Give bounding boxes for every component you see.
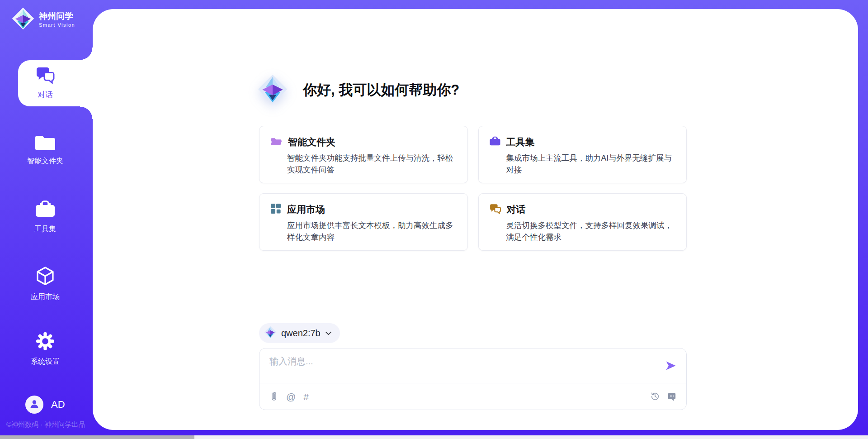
card-title: 智能文件夹 bbox=[288, 136, 335, 148]
sidebar-item-label: 应用市场 bbox=[31, 292, 60, 302]
open-folder-icon bbox=[270, 137, 282, 148]
tab-corner-bottom bbox=[80, 106, 93, 119]
chevron-down-icon bbox=[325, 329, 332, 337]
sidebar-item-tools[interactable]: 工具集 bbox=[0, 200, 90, 234]
model-name: qwen2:7b bbox=[281, 328, 321, 339]
cube-icon bbox=[35, 266, 55, 288]
card-description: 集成市场上主流工具，助力AI与外界无缝扩展与对接 bbox=[506, 153, 676, 176]
card-title: 对话 bbox=[507, 203, 526, 216]
folder-icon bbox=[35, 134, 55, 152]
sidebar-item-label: 工具集 bbox=[34, 224, 56, 234]
avatar bbox=[25, 396, 43, 414]
sidebar-item-settings[interactable]: 系统设置 bbox=[0, 332, 90, 367]
diamond-logo-icon bbox=[12, 7, 34, 32]
briefcase-icon bbox=[35, 200, 55, 220]
chat-bubbles-icon bbox=[36, 67, 55, 86]
card-smart-folder[interactable]: 智能文件夹 智能文件夹功能支持批量文件上传与清洗，轻松实现文件问答 bbox=[259, 126, 468, 183]
history-icon[interactable] bbox=[651, 392, 660, 401]
brand-logo: 神州问学 Smart Vision bbox=[12, 7, 75, 32]
chat-square-icon[interactable] bbox=[667, 392, 676, 401]
briefcase-icon bbox=[490, 136, 500, 148]
greeting: 你好, 我可以如何帮助你? bbox=[258, 74, 459, 106]
model-selector[interactable]: qwen2:7b bbox=[259, 323, 340, 343]
sidebar-item-folders[interactable]: 智能文件夹 bbox=[0, 134, 90, 166]
card-description: 灵活切换多模型文件，支持多样回复效果调试，满足个性化需求 bbox=[506, 220, 676, 243]
chat-bubbles-icon bbox=[490, 204, 501, 216]
app-root: 神州问学 Smart Vision 对话 智能文件夹 bbox=[0, 0, 868, 439]
card-description: 应用市场提供丰富长文本模板，助力高效生成多样化文章内容 bbox=[287, 220, 457, 243]
brand-subtitle: Smart Vision bbox=[39, 22, 75, 28]
diamond-logo-icon bbox=[264, 326, 277, 340]
greeting-title: 你好, 我可以如何帮助你? bbox=[303, 81, 459, 100]
send-arrow-icon bbox=[665, 365, 676, 372]
sidebar-item-market[interactable]: 应用市场 bbox=[0, 266, 90, 302]
tab-corner-top bbox=[80, 48, 93, 60]
sidebar-item-label: 智能文件夹 bbox=[27, 157, 63, 166]
card-app-market[interactable]: 应用市场 应用市场提供丰富长文本模板，助力高效生成多样化文章内容 bbox=[259, 193, 468, 251]
composer-toolbar: @ # bbox=[259, 383, 686, 410]
card-title: 应用市场 bbox=[287, 203, 325, 216]
copyright-text: ©神州数码 · 神州问学出品 bbox=[6, 420, 85, 429]
brand-title: 神州问学 bbox=[39, 11, 75, 21]
user-name: AD bbox=[51, 399, 65, 410]
message-composer: @ # bbox=[259, 348, 687, 410]
at-icon[interactable]: @ bbox=[286, 392, 296, 401]
user-profile[interactable]: AD bbox=[25, 396, 65, 414]
hash-icon[interactable]: # bbox=[303, 392, 309, 401]
card-title: 工具集 bbox=[506, 136, 535, 148]
person-icon bbox=[29, 398, 40, 411]
card-toolset[interactable]: 工具集 集成市场上主流工具，助力AI与外界无缝扩展与对接 bbox=[478, 126, 687, 183]
send-button[interactable] bbox=[665, 361, 676, 371]
horizontal-scrollbar bbox=[0, 435, 868, 439]
scrollbar-thumb[interactable] bbox=[0, 435, 194, 439]
feature-cards: 智能文件夹 智能文件夹功能支持批量文件上传与清洗，轻松实现文件问答 工具集 bbox=[259, 126, 687, 251]
card-description: 智能文件夹功能支持批量文件上传与清洗，轻松实现文件问答 bbox=[287, 153, 457, 176]
gear-icon bbox=[36, 332, 55, 353]
grid-tiles-icon bbox=[270, 203, 281, 216]
card-chat[interactable]: 对话 灵活切换多模型文件，支持多样回复效果调试，满足个性化需求 bbox=[478, 193, 687, 251]
sidebar-item-chat[interactable]: 对话 bbox=[18, 60, 99, 106]
sidebar-item-label: 系统设置 bbox=[31, 357, 60, 367]
diamond-logo-icon bbox=[258, 74, 288, 106]
sidebar-item-label: 对话 bbox=[38, 90, 53, 100]
paperclip-icon[interactable] bbox=[269, 391, 278, 401]
message-input[interactable] bbox=[269, 354, 655, 382]
